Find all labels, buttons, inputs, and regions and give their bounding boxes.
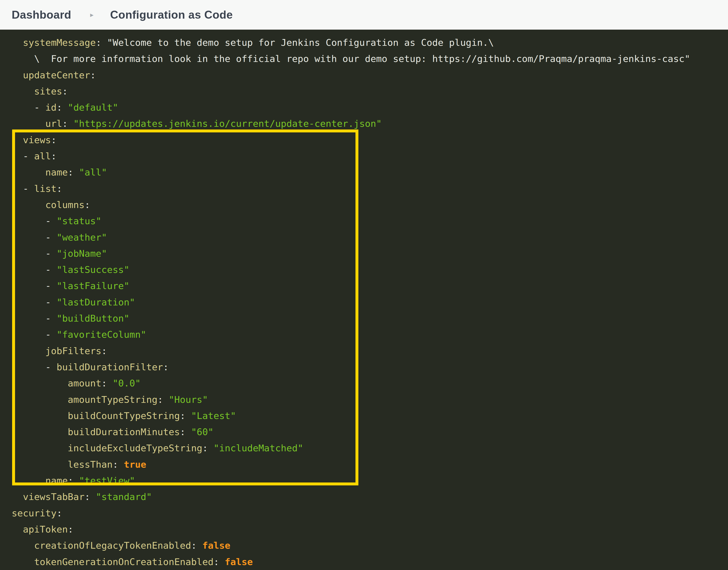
code-line: updateCenter: <box>12 67 728 83</box>
code-token: "jobName" <box>57 248 107 259</box>
code-token: "lastFailure" <box>57 280 129 291</box>
code-token <box>12 443 68 454</box>
code-line: url: "https://updates.jenkins.io/current… <box>12 115 728 132</box>
code-line: - "lastSuccess" <box>12 262 728 278</box>
code-token: : <box>68 475 79 486</box>
code-line: amountTypeString: "Hours" <box>12 391 728 408</box>
code-token: : <box>113 459 124 470</box>
code-token: - <box>12 248 57 259</box>
code-line: - "buildButton" <box>12 310 728 326</box>
code-token: : <box>62 118 73 129</box>
code-token: - <box>12 329 57 340</box>
code-token: "weather" <box>57 232 107 243</box>
code-token: lessThan <box>68 459 113 470</box>
code-token: "60" <box>191 426 214 438</box>
code-token: name <box>45 475 68 486</box>
code-token: "default" <box>68 102 118 113</box>
code-token: : <box>85 491 96 502</box>
code-token: jobFilters <box>45 345 101 356</box>
code-line: security: <box>12 505 728 521</box>
code-token: buildDurationFilter <box>57 361 163 372</box>
breadcrumb-bar: Dashboard ▸ Configuration as Code <box>0 0 728 30</box>
code-token: true <box>124 459 146 470</box>
code-token <box>12 410 68 421</box>
code-token: : <box>51 151 57 162</box>
code-token: : <box>101 378 113 389</box>
code-line: tokenGenerationOnCreationEnabled: false <box>12 554 728 570</box>
code-token: views <box>23 134 51 146</box>
code-token: "https://updates.jenkins.io/current/upda… <box>73 118 382 129</box>
code-token: : <box>57 183 62 194</box>
code-line: - id: "default" <box>12 99 728 115</box>
code-line: sites: <box>12 83 728 99</box>
code-token: systemMessage <box>23 37 96 48</box>
code-token: apiToken <box>23 524 68 535</box>
code-token: amountTypeString <box>68 394 157 405</box>
code-token <box>12 118 45 129</box>
code-line: - "status" <box>12 213 728 229</box>
code-token <box>12 426 68 438</box>
breadcrumb-item-dashboard[interactable]: Dashboard <box>12 8 71 21</box>
code-token: updateCenter <box>23 69 90 80</box>
code-token: : <box>68 524 73 535</box>
breadcrumb-separator-icon: ▸ <box>90 11 93 18</box>
code-line: \ For more information look in the offic… <box>12 51 728 67</box>
code-token: tokenGenerationOnCreationEnabled <box>34 556 214 567</box>
code-line: viewsTabBar: "standard" <box>12 489 728 505</box>
code-token: : <box>90 69 96 80</box>
code-line: systemMessage: "Welcome to the demo setu… <box>12 35 728 51</box>
code-line: - "jobName" <box>12 246 728 262</box>
code-token: buildCountTypeString <box>68 410 180 421</box>
code-token <box>12 475 45 486</box>
code-token: - <box>12 151 34 162</box>
code-line: lessThan: true <box>12 457 728 473</box>
code-token: - <box>12 216 57 226</box>
code-token: "lastDuration" <box>57 297 135 308</box>
code-token: includeExcludeTypeString <box>68 443 203 454</box>
code-token: : <box>191 540 203 551</box>
code-token: - <box>12 232 57 243</box>
code-token <box>12 540 34 551</box>
code-token: "buildButton" <box>57 313 129 324</box>
code-token <box>12 69 23 80</box>
code-token <box>12 524 23 535</box>
code-token: - <box>12 361 57 372</box>
code-token: - <box>12 264 57 275</box>
code-token <box>12 556 34 567</box>
code-token: false <box>203 540 231 551</box>
code-line: jobFilters: <box>12 343 728 359</box>
code-token: "standard" <box>96 491 152 502</box>
code-token: "status" <box>57 216 101 226</box>
code-token: creationOfLegacyTokenEnabled <box>34 540 191 551</box>
code-token: sites <box>34 86 62 97</box>
code-token: id <box>45 102 57 113</box>
code-token: : <box>101 345 107 356</box>
code-line: - all: <box>12 148 728 164</box>
code-line: includeExcludeTypeString: "includeMatche… <box>12 440 728 456</box>
code-token: : <box>163 361 169 372</box>
code-token: "testView" <box>79 475 135 486</box>
code-line: - list: <box>12 181 728 197</box>
breadcrumb-item-configuration-as-code[interactable]: Configuration as Code <box>110 8 233 21</box>
code-line: - "weather" <box>12 229 728 246</box>
code-line: - "lastDuration" <box>12 294 728 310</box>
code-token <box>12 459 68 470</box>
code-token: all <box>34 151 51 162</box>
code-line: buildCountTypeString: "Latest" <box>12 408 728 424</box>
code-token: : <box>180 426 191 438</box>
code-token: buildDurationMinutes <box>68 426 180 438</box>
code-token: : <box>51 134 57 146</box>
code-token: - <box>12 297 57 308</box>
code-token: : <box>180 410 191 421</box>
code-token: "Hours" <box>169 394 208 405</box>
code-line: creationOfLegacyTokenEnabled: false <box>12 537 728 554</box>
code-line: name: "testView" <box>12 473 728 489</box>
code-token: "includeMatched" <box>214 443 303 454</box>
code-token: - <box>12 313 57 324</box>
code-token <box>12 86 34 97</box>
code-token: : <box>62 86 68 97</box>
code-token: - <box>12 102 45 113</box>
code-token <box>12 394 68 405</box>
code-line: - "lastFailure" <box>12 278 728 294</box>
code-line: columns: <box>12 197 728 213</box>
